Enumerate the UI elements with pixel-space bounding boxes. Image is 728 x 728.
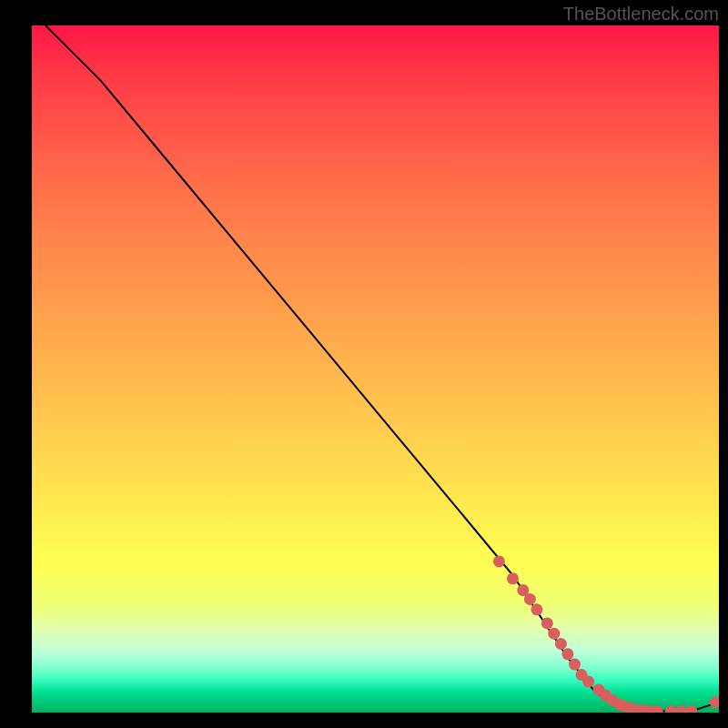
data-point [493, 555, 505, 567]
data-point [541, 617, 553, 629]
data-point [524, 593, 536, 605]
data-point [710, 696, 719, 708]
chart-line [46, 25, 719, 712]
chart-svg [32, 25, 719, 713]
attribution-text: TheBottleneck.com [563, 4, 719, 25]
data-point [569, 659, 581, 671]
data-point [561, 648, 573, 660]
data-point [507, 572, 519, 584]
data-point [582, 676, 594, 688]
chart-markers [493, 555, 719, 713]
bottleneck-curve [46, 25, 719, 712]
data-point [555, 638, 567, 650]
data-point [548, 628, 560, 640]
data-point [531, 603, 542, 615]
chart-plot-area [32, 25, 719, 713]
data-point [665, 705, 677, 713]
data-point [685, 705, 697, 713]
data-point [675, 705, 687, 713]
